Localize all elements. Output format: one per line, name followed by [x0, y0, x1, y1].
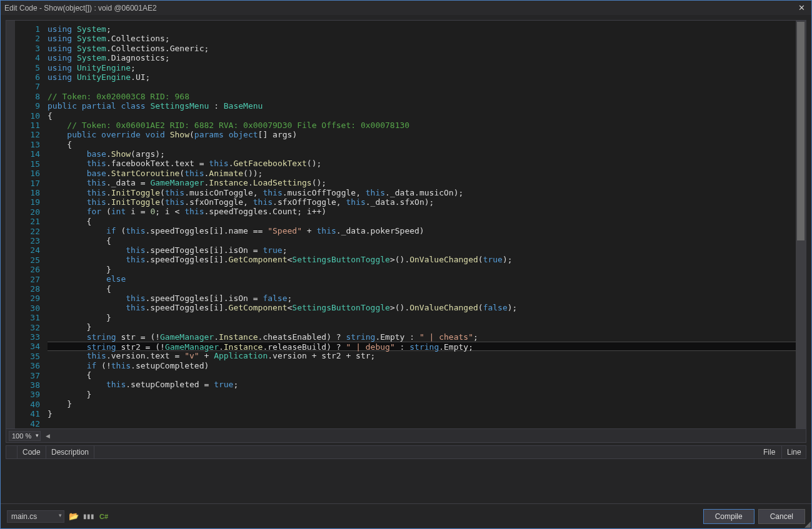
line-number: 10 [15, 111, 40, 121]
code-line[interactable]: this.speedToggles[i].GetComponent<Settin… [48, 255, 806, 264]
line-number: 20 [15, 207, 40, 217]
line-number: 5 [15, 63, 40, 72]
zoom-dropdown[interactable]: 100 % [9, 431, 41, 441]
code-line[interactable]: } [48, 399, 806, 408]
line-number: 34 [15, 342, 40, 351]
code-column[interactable]: Code [18, 446, 46, 458]
line-number: 27 [15, 275, 40, 284]
file-column[interactable]: File [758, 446, 782, 458]
code-line[interactable]: public partial class SettingsMenu : Base… [48, 101, 806, 111]
line-number: 13 [15, 140, 40, 149]
line-number: 6 [15, 72, 40, 82]
window-title: Edit Code - Show(object[]) : void @06001… [4, 4, 795, 12]
line-number: 31 [15, 313, 40, 322]
titlebar: Edit Code - Show(object[]) : void @06001… [0, 0, 812, 15]
code-line[interactable]: // Token: 0x020003C8 RID: 968 [48, 92, 806, 101]
code-line[interactable]: } [48, 322, 806, 332]
code-line[interactable]: { [48, 140, 806, 149]
file-dropdown[interactable]: main.cs [7, 510, 64, 523]
code-line[interactable]: base.Show(args); [48, 149, 806, 159]
cancel-button[interactable]: Cancel [758, 509, 805, 524]
code-line[interactable]: } [48, 409, 806, 418]
code-line[interactable]: this._data = GameManager.Instance.LoadSe… [48, 178, 806, 187]
code-line[interactable]: { [48, 217, 806, 226]
line-number: 42 [15, 419, 40, 428]
code-line[interactable]: { [48, 111, 806, 121]
code-line[interactable]: { [48, 236, 806, 245]
line-number: 28 [15, 284, 40, 294]
line-number: 18 [15, 188, 40, 197]
editor-statusbar: 100 % ◀ [6, 429, 806, 443]
line-column[interactable]: Line [782, 446, 806, 458]
line-number: 11 [15, 121, 40, 130]
code-line[interactable]: this.version.text = "v" + Application.ve… [48, 351, 806, 360]
code-line[interactable]: using System; [48, 24, 806, 34]
code-line[interactable]: } [48, 390, 806, 399]
line-number: 41 [15, 409, 40, 418]
code-line[interactable] [48, 82, 806, 91]
code-content[interactable]: using System;using System.Collections;us… [45, 21, 806, 428]
line-number: 22 [15, 227, 40, 236]
description-column[interactable]: Description [46, 446, 94, 458]
line-number: 24 [15, 245, 40, 255]
line-number: 37 [15, 371, 40, 380]
code-line[interactable]: // Token: 0x06001AE2 RID: 6882 RVA: 0x00… [48, 121, 806, 130]
compile-button[interactable]: Compile [703, 509, 754, 524]
scroll-thumb[interactable] [797, 22, 804, 240]
close-icon[interactable]: ✕ [795, 3, 808, 12]
binary-icon[interactable]: ▮▮▮ [83, 511, 94, 522]
code-line[interactable]: using System.Collections.Generic; [48, 44, 806, 53]
line-number: 9 [15, 101, 40, 111]
code-line[interactable]: for (int i = 0; i < this.speedToggles.Co… [48, 207, 806, 216]
line-number: 15 [15, 159, 40, 169]
csharp-icon[interactable]: C# [98, 511, 109, 522]
code-line[interactable]: using UnityEngine.UI; [48, 72, 806, 82]
error-list-body[interactable] [6, 459, 806, 503]
line-number: 38 [15, 380, 40, 390]
line-number: 39 [15, 390, 40, 399]
line-number: 32 [15, 323, 40, 332]
code-line[interactable]: string str = (!GameManager.Instance.chea… [48, 332, 806, 342]
error-icon-column[interactable] [6, 446, 18, 458]
code-line[interactable]: else [48, 274, 806, 284]
code-line[interactable]: string str2 = (!GameManager.Instance.rel… [48, 342, 806, 351]
line-number: 40 [15, 400, 40, 409]
code-editor[interactable]: 1234567891011121314151617181920212223242… [6, 20, 806, 429]
code-line[interactable]: if (this.speedToggles[i].name == "Speed"… [48, 226, 806, 235]
code-line[interactable]: this.speedToggles[i].GetComponent<Settin… [48, 303, 806, 312]
code-line[interactable]: this.speedToggles[i].isOn = false; [48, 294, 806, 303]
line-number: 2 [15, 34, 40, 43]
code-line[interactable]: { [48, 284, 806, 294]
code-line[interactable]: this.facebookText.text = this.GetFaceboo… [48, 159, 806, 168]
error-list-header: Code Description File Line [6, 445, 806, 459]
code-line[interactable]: this.InitToggle(this.musicOnToggle, this… [48, 188, 806, 197]
resize-grip-icon[interactable] [802, 519, 811, 528]
line-number: 35 [15, 352, 40, 361]
code-line[interactable]: { [48, 370, 806, 380]
line-number: 19 [15, 197, 40, 207]
line-number: 8 [15, 92, 40, 101]
code-line[interactable] [48, 418, 806, 428]
code-line[interactable]: } [48, 313, 806, 322]
code-line[interactable]: } [48, 265, 806, 274]
line-number-gutter: 1234567891011121314151617181920212223242… [15, 21, 45, 428]
breakpoint-margin[interactable] [6, 21, 15, 428]
line-number: 23 [15, 236, 40, 245]
code-line[interactable]: base.StartCoroutine(this.Animate()); [48, 169, 806, 178]
code-line[interactable]: if (!this.setupCompleted) [48, 361, 806, 370]
code-line[interactable]: public override void Show(params object[… [48, 130, 806, 139]
code-line[interactable]: this.speedToggles[i].isOn = true; [48, 245, 806, 255]
open-folder-icon[interactable]: 📂 [68, 511, 79, 522]
scroll-left-icon[interactable]: ◀ [43, 432, 52, 440]
footer-bar: main.cs 📂 ▮▮▮ C# Compile Cancel [1, 503, 811, 528]
code-line[interactable]: this.setupCompleted = true; [48, 380, 806, 389]
vertical-scrollbar[interactable] [796, 21, 806, 428]
main-panel: 1234567891011121314151617181920212223242… [0, 15, 812, 529]
line-number: 30 [15, 304, 40, 313]
code-line[interactable]: using UnityEngine; [48, 63, 806, 72]
line-number: 26 [15, 265, 40, 274]
code-line[interactable]: using System.Collections; [48, 34, 806, 43]
code-line[interactable]: using System.Diagnostics; [48, 53, 806, 62]
line-number: 4 [15, 53, 40, 62]
code-line[interactable]: this.InitToggle(this.sfxOnToggle, this.s… [48, 197, 806, 207]
